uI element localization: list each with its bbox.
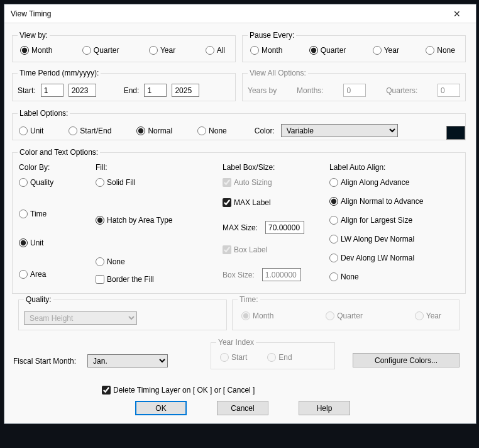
- input-quarters: [438, 84, 460, 97]
- radio-pause-year[interactable]: Year: [373, 46, 399, 55]
- legend-label-options: Label Options:: [18, 109, 70, 118]
- label-labelbox: Label Box/Size:: [223, 163, 323, 172]
- input-box-size: [262, 268, 301, 281]
- legend-year-index: Year Index: [216, 338, 256, 347]
- col-auto-align: Label Auto Align: Align Along Advance Al…: [329, 163, 455, 281]
- input-end-year[interactable]: [172, 84, 199, 97]
- dialog-window: View Timing ✕ View by: Month Quarter Yea…: [4, 4, 476, 424]
- radio-pause-month[interactable]: Month: [250, 46, 282, 55]
- radio-align-devlw[interactable]: Dev Along LW Normal: [329, 254, 455, 262]
- radio-align-normal[interactable]: Align Normal to Advance: [329, 197, 455, 206]
- radio-align-along[interactable]: Align Along Advance: [329, 178, 455, 187]
- radio-pause-quarter[interactable]: Quarter: [309, 46, 346, 55]
- check-max-label[interactable]: MAX Label: [223, 198, 323, 207]
- input-start-year[interactable]: [69, 84, 96, 97]
- button-configure-colors[interactable]: Configure Colors...: [353, 353, 460, 367]
- window-title: View Timing: [11, 9, 51, 18]
- radio-yearindex-start: Start: [220, 353, 247, 362]
- radio-label-unit[interactable]: Unit: [19, 126, 43, 135]
- radio-time-month: Month: [241, 311, 273, 320]
- color-swatch[interactable]: [446, 126, 465, 140]
- label-months: Months:: [297, 86, 324, 95]
- select-label-color[interactable]: Variable: [281, 124, 398, 137]
- label-fill: Fill:: [96, 163, 215, 172]
- select-fiscal[interactable]: Jan.: [87, 354, 168, 367]
- radio-pause-none[interactable]: None: [426, 46, 455, 55]
- radio-colorby-unit[interactable]: Unit: [19, 238, 88, 247]
- group-pause-every: Pause Every: Month Quarter Year None: [242, 31, 466, 62]
- label-years-by: Years by: [248, 86, 277, 95]
- radio-align-lwdev[interactable]: LW Along Dev Normal: [329, 235, 455, 244]
- legend-pause-every: Pause Every:: [248, 31, 296, 40]
- input-max-size[interactable]: [265, 221, 304, 234]
- label-box-size: Box Size:: [223, 271, 255, 279]
- group-color-text: Color and Text Options: Color By: Qualit…: [12, 148, 466, 294]
- col-fill: Fill: Solid Fill Hatch by Area Type None…: [96, 163, 215, 284]
- label-start: Start:: [18, 86, 36, 95]
- group-time-period: Time Period (mm/yyyy): Start: End:: [12, 69, 236, 101]
- radio-time-quarter: Quarter: [326, 311, 363, 320]
- radio-yearindex-end: End: [267, 353, 292, 362]
- select-quality: Seam Height: [24, 311, 137, 325]
- dialog-body: View by: Month Quarter Year All Pause Ev…: [4, 23, 476, 33]
- col-label-box: Label Box/Size: Auto Sizing MAX Label MA…: [223, 163, 323, 281]
- label-max-size: MAX Size:: [223, 223, 258, 232]
- row-fiscal: Fiscal Start Month: Jan.: [13, 354, 168, 367]
- check-delete-timing[interactable]: Delete Timing Layer on [ OK ] or [ Cance…: [102, 386, 255, 395]
- group-year-index: Year Index Start End: [211, 338, 335, 369]
- button-cancel[interactable]: Cancel: [217, 401, 268, 415]
- label-color-by: Color By:: [19, 163, 88, 172]
- radio-fill-solid[interactable]: Solid Fill: [96, 178, 215, 187]
- col-color-by: Color By: Quality Time Unit Area: [19, 163, 88, 279]
- label-end: End:: [124, 86, 140, 95]
- legend-time: Time:: [238, 295, 260, 304]
- input-months: [343, 84, 366, 97]
- radio-time-year: Year: [415, 311, 441, 320]
- radio-viewby-year[interactable]: Year: [149, 46, 175, 55]
- radio-label-startend[interactable]: Start/End: [69, 126, 111, 135]
- group-view-by: View by: Month Quarter Year All: [12, 31, 236, 62]
- button-help[interactable]: Help: [299, 401, 350, 415]
- check-border-fill[interactable]: Border the Fill: [96, 275, 215, 284]
- label-fiscal: Fiscal Start Month:: [13, 357, 76, 366]
- check-auto-sizing: Auto Sizing: [223, 178, 323, 187]
- button-ok[interactable]: OK: [135, 401, 187, 415]
- group-view-all-options: View All Options: Years by Months: Quart…: [242, 69, 466, 101]
- radio-fill-none[interactable]: None: [96, 257, 215, 266]
- radio-align-none[interactable]: None: [329, 272, 455, 281]
- button-row: OK Cancel Help: [135, 401, 350, 415]
- radio-viewby-quarter[interactable]: Quarter: [82, 46, 119, 55]
- input-start-month[interactable]: [41, 84, 63, 97]
- check-box-label: Box Label: [223, 245, 323, 254]
- legend-time-period: Time Period (mm/yyyy):: [18, 69, 101, 77]
- group-time: Time: Month Quarter Year: [232, 295, 460, 330]
- legend-quality: Quality:: [24, 295, 53, 304]
- radio-label-none[interactable]: None: [197, 126, 227, 135]
- radio-viewby-month[interactable]: Month: [20, 46, 52, 55]
- group-label-options: Label Options: Unit Start/End Normal Non…: [12, 109, 466, 140]
- legend-color-text: Color and Text Options:: [18, 148, 100, 157]
- legend-view-all: View All Options:: [248, 69, 308, 77]
- radio-colorby-quality[interactable]: Quality: [19, 178, 88, 187]
- radio-colorby-time[interactable]: Time: [19, 210, 88, 218]
- radio-colorby-area[interactable]: Area: [19, 270, 88, 279]
- group-quality: Quality: Seam Height: [18, 295, 227, 330]
- label-color: Color:: [255, 126, 275, 135]
- titlebar: View Timing ✕: [4, 4, 476, 23]
- input-end-month[interactable]: [144, 84, 167, 97]
- legend-view-by: View by:: [18, 31, 50, 40]
- radio-fill-hatch[interactable]: Hatch by Area Type: [96, 216, 215, 225]
- radio-viewby-all[interactable]: All: [206, 46, 225, 55]
- radio-align-largest[interactable]: Align for Largest Size: [329, 216, 455, 225]
- label-autoalign: Label Auto Align:: [329, 163, 455, 172]
- close-icon[interactable]: ✕: [444, 4, 470, 23]
- radio-label-normal[interactable]: Normal: [136, 126, 172, 135]
- label-quarters: Quarters:: [386, 86, 417, 95]
